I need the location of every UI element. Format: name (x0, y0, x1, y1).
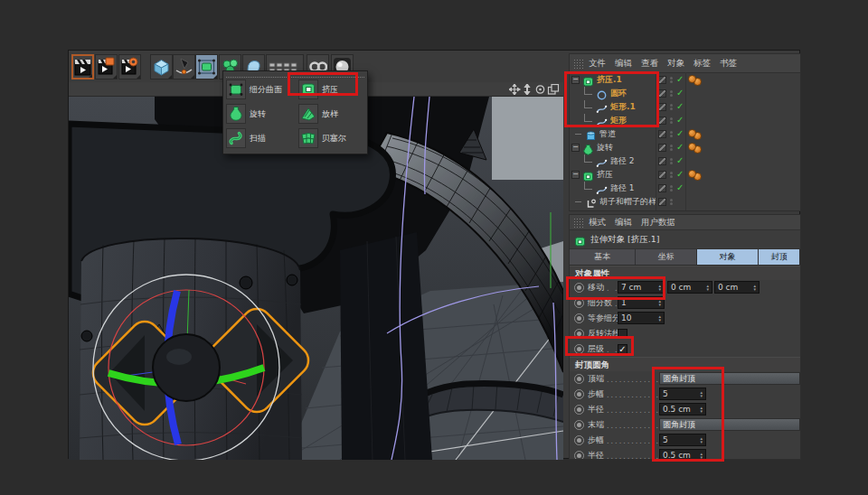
enabled-check-icon[interactable]: ✓ (676, 115, 684, 125)
enabled-check-icon[interactable]: ✓ (676, 155, 684, 165)
menu-edit[interactable]: 编辑 (615, 58, 632, 70)
move-x-field[interactable]: 7 cm▴▾ (618, 281, 665, 294)
menu-objects[interactable]: 对象 (667, 58, 684, 70)
expand-toggle[interactable]: − (571, 76, 580, 84)
subdivision-field[interactable]: 1▴▾ (618, 296, 665, 309)
visibility-dots[interactable] (669, 76, 674, 84)
menu-item-subdivision-surface[interactable]: 细分曲面 (224, 78, 295, 101)
tag-icons[interactable] (688, 170, 708, 180)
menu-user-data[interactable]: 用户数据 (641, 217, 675, 229)
enabled-check-icon[interactable]: ✓ (676, 169, 684, 179)
iso-subdivision-field[interactable]: 10▴▾ (618, 312, 665, 324)
move-y-field[interactable]: 0 cm▴▾ (667, 281, 712, 294)
enabled-check-icon[interactable]: ✓ (676, 88, 684, 98)
layer-box[interactable] (658, 89, 666, 98)
layer-box[interactable] (658, 184, 666, 192)
keyframe-radio[interactable] (574, 389, 584, 399)
end-cap-dropdown[interactable]: 圆角封顶 (659, 418, 800, 431)
tab-object[interactable]: 对象 (697, 249, 759, 265)
panel-grip-icon[interactable] (573, 59, 583, 69)
extrude-icon (582, 169, 594, 181)
start-steps-field[interactable]: 5▴▾ (659, 388, 706, 400)
object-label: 挤压 (597, 169, 613, 181)
visibility-dots[interactable] (669, 184, 674, 192)
menu-item-lathe[interactable]: 旋转 (224, 102, 295, 126)
menu-tags[interactable]: 标签 (693, 58, 711, 70)
visibility-dots[interactable] (669, 117, 674, 125)
keyframe-radio[interactable] (574, 344, 584, 354)
layer-box[interactable] (658, 144, 666, 152)
tag-icons[interactable] (688, 210, 708, 211)
subdivision-surface-icon (197, 57, 216, 77)
end-radius-field[interactable]: 0.5 cm▴▾ (659, 449, 706, 460)
visibility-dots[interactable] (669, 198, 674, 206)
object-label: 挤压.1 (597, 74, 622, 86)
enabled-check-icon[interactable]: ✓ (676, 142, 684, 152)
property-label: 顶端 (588, 373, 604, 385)
lathe-icon (226, 104, 246, 124)
panel-grip-icon[interactable] (573, 218, 583, 228)
render-view-button[interactable] (71, 54, 94, 79)
layer-box[interactable] (658, 130, 666, 138)
menu-edit[interactable]: 编辑 (615, 217, 632, 229)
keyframe-radio[interactable] (574, 451, 584, 460)
start-cap-dropdown[interactable]: 圆角封顶 (659, 372, 800, 385)
move-z-field[interactable]: 0 cm▴▾ (714, 281, 760, 294)
visibility-dots[interactable] (669, 171, 674, 179)
keyframe-radio[interactable] (574, 405, 584, 415)
viewport-nav-icons[interactable] (509, 84, 560, 95)
property-label: 步幅 (588, 434, 604, 446)
tab-coord[interactable]: 坐标 (636, 249, 696, 265)
visibility-dots[interactable] (669, 157, 674, 165)
start-radius-field[interactable]: 0.5 cm▴▾ (659, 403, 706, 416)
menu-file[interactable]: 文件 (589, 58, 606, 70)
tag-icons[interactable] (688, 75, 708, 85)
render-settings-button[interactable] (118, 54, 141, 79)
menu-mode[interactable]: 模式 (589, 217, 606, 229)
menu-item-bezier[interactable]: 贝塞尔 (297, 126, 367, 150)
keyframe-radio[interactable] (574, 283, 584, 293)
keyframe-radio[interactable] (574, 435, 584, 445)
layer-box[interactable] (658, 171, 666, 179)
visibility-dots[interactable] (669, 89, 674, 98)
render-picture-viewer-button[interactable] (95, 54, 118, 79)
enabled-check-icon[interactable]: ✓ (676, 210, 684, 211)
keyframe-radio[interactable] (574, 420, 584, 430)
enabled-check-icon[interactable]: ✓ (676, 101, 684, 111)
menu-item-sweep[interactable]: 扫描 (224, 126, 295, 150)
primitive-cube-button[interactable] (150, 54, 173, 79)
tab-basic[interactable]: 基本 (570, 249, 636, 265)
keyframe-radio[interactable] (574, 313, 584, 323)
menu-view[interactable]: 查看 (641, 58, 658, 70)
tab-caps[interactable]: 封顶 (759, 249, 800, 265)
menu-item-loft[interactable]: 放样 (297, 102, 367, 126)
object-label: 路径 2 (610, 155, 635, 167)
expand-toggle[interactable]: − (571, 144, 580, 152)
enabled-check-icon[interactable]: ✓ (676, 128, 684, 138)
tag-icons[interactable] (688, 143, 708, 153)
visibility-dots[interactable] (669, 103, 674, 111)
layer-box[interactable] (658, 198, 666, 206)
keyframe-radio[interactable] (574, 374, 584, 384)
menu-bookmarks[interactable]: 书签 (720, 58, 737, 70)
layer-box[interactable] (658, 157, 666, 165)
layer-box[interactable] (658, 103, 666, 111)
flip-normals-checkbox[interactable] (618, 329, 627, 339)
keyframe-radio[interactable] (574, 329, 584, 339)
visibility-dots[interactable] (669, 144, 674, 152)
visibility-dots[interactable] (669, 130, 674, 138)
tag-icons[interactable] (688, 129, 708, 139)
keyframe-radio[interactable] (574, 298, 584, 308)
enabled-check-icon[interactable]: ✓ (676, 182, 684, 192)
tube-icon (585, 210, 597, 211)
layer-box[interactable] (658, 76, 666, 84)
spline-pen-button[interactable] (173, 54, 195, 79)
menu-item-extrude[interactable]: 挤压 (297, 78, 367, 101)
end-steps-field[interactable]: 5▴▾ (659, 434, 706, 446)
tree-connector (584, 154, 592, 163)
expand-toggle[interactable]: − (571, 171, 580, 179)
enabled-check-icon[interactable]: ✓ (676, 74, 684, 84)
hierarchical-checkbox[interactable]: ✓ (618, 344, 627, 354)
layer-box[interactable] (658, 117, 666, 125)
generators-button[interactable] (195, 54, 218, 79)
